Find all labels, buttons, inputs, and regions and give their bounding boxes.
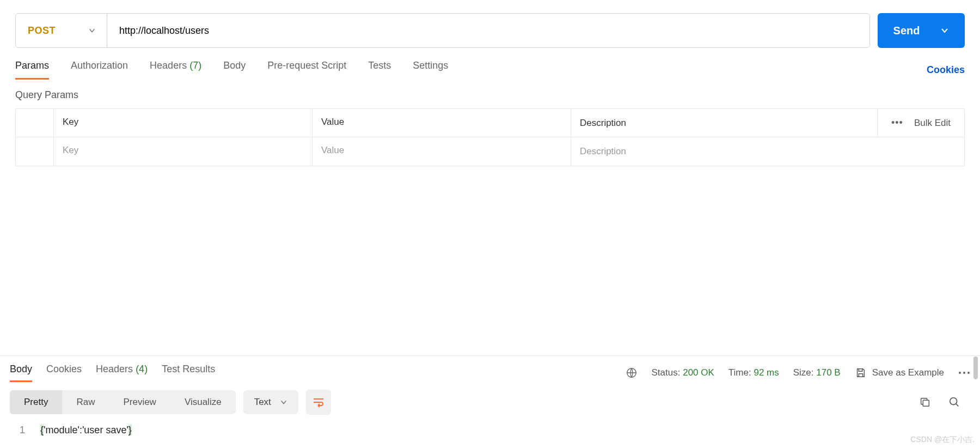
response-toolbar: Pretty Raw Preview Visualize Text bbox=[0, 382, 980, 422]
size-label: Size: 170 B bbox=[793, 367, 841, 378]
response-tabs: Body Cookies Headers (4) Test Results St… bbox=[0, 356, 980, 382]
response-tab-cookies[interactable]: Cookies bbox=[46, 364, 82, 382]
search-icon[interactable] bbox=[948, 396, 960, 408]
view-tab-pretty[interactable]: Pretty bbox=[10, 390, 62, 414]
copy-icon[interactable] bbox=[919, 396, 931, 408]
key-input[interactable]: Key bbox=[54, 137, 313, 166]
chevron-down-icon bbox=[280, 398, 287, 406]
save-icon bbox=[855, 367, 867, 379]
more-options-icon[interactable]: ••• bbox=[891, 117, 903, 129]
tab-body[interactable]: Body bbox=[223, 60, 246, 80]
column-header-description: Description bbox=[571, 109, 877, 137]
tab-pre-request-script[interactable]: Pre-request Script bbox=[267, 60, 346, 80]
svg-point-3 bbox=[967, 372, 970, 374]
format-select[interactable]: Text bbox=[243, 390, 298, 414]
svg-point-5 bbox=[950, 398, 957, 405]
status-label: Status: 200 OK bbox=[652, 367, 714, 378]
value-input[interactable]: Value bbox=[313, 137, 571, 166]
more-actions-icon[interactable] bbox=[958, 371, 970, 374]
tab-tests[interactable]: Tests bbox=[368, 60, 391, 80]
http-method-label: POST bbox=[28, 25, 56, 37]
response-tab-test-results[interactable]: Test Results bbox=[162, 364, 215, 382]
response-tab-body[interactable]: Body bbox=[10, 364, 32, 382]
wrap-lines-button[interactable] bbox=[306, 390, 331, 415]
query-params-label: Query Params bbox=[0, 80, 980, 108]
request-tabs: Params Authorization Headers (7) Body Pr… bbox=[0, 48, 980, 80]
view-tab-raw[interactable]: Raw bbox=[62, 390, 109, 414]
response-meta: Status: 200 OK Time: 92 ms Size: 170 B S… bbox=[626, 367, 970, 379]
description-input[interactable]: Description bbox=[571, 137, 964, 166]
send-button-label: Send bbox=[893, 25, 920, 37]
send-button[interactable]: Send bbox=[878, 13, 965, 48]
url-group: POST bbox=[15, 13, 870, 48]
table-header-row: Key Value Description ••• Bulk Edit bbox=[16, 109, 964, 137]
response-tab-headers[interactable]: Headers (4) bbox=[96, 364, 148, 382]
http-method-select[interactable]: POST bbox=[16, 14, 107, 47]
view-tab-visualize[interactable]: Visualize bbox=[170, 390, 236, 414]
chevron-down-icon bbox=[940, 26, 949, 35]
cookies-link[interactable]: Cookies bbox=[927, 64, 965, 76]
line-number: 1 bbox=[10, 425, 40, 436]
row-checkbox[interactable] bbox=[16, 137, 54, 166]
table-header-actions: ••• Bulk Edit bbox=[877, 109, 964, 137]
svg-point-2 bbox=[963, 372, 965, 374]
tab-settings[interactable]: Settings bbox=[413, 60, 448, 80]
bulk-edit-button[interactable]: Bulk Edit bbox=[914, 118, 951, 129]
view-tab-preview[interactable]: Preview bbox=[109, 390, 170, 414]
save-as-example-button[interactable]: Save as Example bbox=[855, 367, 944, 379]
query-params-table: Key Value Description ••• Bulk Edit Key … bbox=[15, 108, 965, 166]
scrollbar-thumb[interactable] bbox=[973, 356, 978, 379]
globe-icon[interactable] bbox=[626, 367, 638, 379]
svg-point-1 bbox=[959, 372, 961, 374]
view-mode-tabs: Pretty Raw Preview Visualize bbox=[10, 390, 236, 414]
table-row: Key Value Description bbox=[16, 137, 964, 166]
watermark: CSDN @在下小吉. bbox=[910, 435, 975, 445]
column-header-key: Key bbox=[54, 109, 313, 137]
code-line: {'module':'user save'} bbox=[40, 425, 132, 436]
wrap-icon bbox=[312, 397, 325, 408]
svg-rect-4 bbox=[923, 400, 929, 406]
chevron-down-icon bbox=[88, 27, 96, 34]
tab-headers[interactable]: Headers (7) bbox=[150, 60, 201, 80]
response-pane: Body Cookies Headers (4) Test Results St… bbox=[0, 355, 980, 448]
time-label: Time: 92 ms bbox=[728, 367, 779, 378]
tab-params[interactable]: Params bbox=[15, 60, 49, 80]
tab-authorization[interactable]: Authorization bbox=[71, 60, 128, 80]
column-header-value: Value bbox=[313, 109, 571, 137]
checkbox-column bbox=[16, 109, 54, 137]
url-input[interactable] bbox=[107, 14, 869, 47]
response-body[interactable]: 1 {'module':'user save'} bbox=[0, 422, 980, 448]
